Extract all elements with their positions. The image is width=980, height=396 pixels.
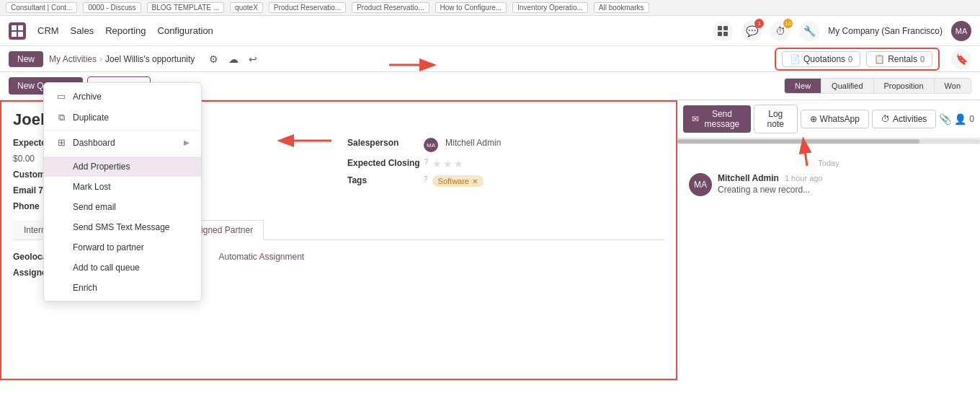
tag-text: Software — [438, 177, 469, 185]
dashboard-label: Dashboard — [73, 138, 115, 148]
date-separator: Today — [689, 159, 968, 167]
tags-label: Tags — [347, 175, 419, 185]
nav-reporting[interactable]: Reporting — [105, 22, 146, 39]
rentals-label: Rentals — [888, 54, 917, 64]
star-3[interactable]: ★ — [454, 158, 463, 170]
salesperson-field: Salesperson MA Mitchell Admin — [347, 138, 664, 152]
apps-icon-btn[interactable] — [713, 21, 733, 41]
new-button[interactable]: New — [9, 51, 43, 67]
browser-tab-7[interactable]: How to Configure... — [435, 2, 507, 13]
expected-closing-help: ? — [424, 158, 429, 166]
tags-help: ? — [424, 175, 428, 183]
followers-count: 0 — [969, 114, 974, 124]
dropdown-forward-partner[interactable]: Forward to partner — [44, 237, 201, 258]
svg-rect-5 — [723, 26, 728, 30]
chatter-right: 📎 👤 0 — [939, 113, 974, 125]
browser-tab-4[interactable]: quoteX — [230, 2, 263, 13]
auto-assign-link[interactable]: Automatic Assignment — [218, 252, 304, 262]
expected-closing-field: Expected Closing ? ★ ★ ★ — [347, 158, 664, 170]
enrich-label: Enrich — [73, 283, 97, 293]
svg-rect-4 — [718, 26, 722, 30]
svg-rect-7 — [723, 32, 728, 36]
browser-tab-6[interactable]: Product Reservatio... — [352, 2, 429, 13]
right-panel: ✉ Send message Log note ⊕ WhatsApp ⏱ Act… — [677, 100, 980, 380]
browser-tab-2[interactable]: 0000 - Discuss — [83, 2, 141, 13]
settings-icon-btn[interactable]: 🔧 — [799, 21, 819, 41]
browser-tab-5[interactable]: Product Reservatio... — [269, 2, 346, 13]
add-properties-label: Add Properties — [73, 162, 130, 172]
bookmark-icon-btn[interactable]: 🔖 — [951, 49, 971, 69]
star-2[interactable]: ★ — [443, 158, 453, 170]
quotations-icon: 📄 — [790, 54, 801, 64]
archive-label: Archive — [73, 92, 102, 102]
pipeline-step-new[interactable]: New — [784, 78, 821, 94]
call-queue-label: Add to call queue — [73, 263, 140, 273]
tag-software: Software ✕ — [432, 175, 484, 187]
quotations-label: Quotations — [803, 54, 845, 64]
dropdown-menu: ▭ Archive ⧉ Duplicate ⊞ Dashboard ▶ Add … — [43, 82, 202, 302]
dropdown-archive[interactable]: ▭ Archive — [44, 86, 201, 107]
timer-icon-btn[interactable]: ⏱ 16 — [770, 21, 790, 41]
pipeline-step-qualified[interactable]: Qualified — [821, 78, 873, 94]
whatsapp-label: WhatsApp — [820, 114, 860, 124]
dropdown-duplicate[interactable]: ⧉ Duplicate — [44, 107, 201, 128]
log-note-button[interactable]: Log note — [754, 105, 798, 133]
rentals-count: 0 — [920, 55, 925, 63]
sub-nav: New My Activities › Joel Willis's opport… — [0, 46, 980, 72]
breadcrumb-parent[interactable]: My Activities — [49, 54, 97, 64]
star-1[interactable]: ★ — [432, 158, 442, 170]
nav-configuration[interactable]: Configuration — [158, 22, 213, 39]
message-item: MA Mitchell Admin 1 hour ago Creating a … — [689, 173, 968, 196]
browser-tab-1[interactable]: Consultant | Cont... — [6, 2, 77, 13]
rentals-button[interactable]: 📋 Rentals 0 — [866, 51, 932, 67]
gear-button[interactable]: ⚙ — [206, 52, 221, 66]
salesperson-avatar: MA — [424, 138, 438, 152]
message-header: Mitchell Admin 1 hour ago — [718, 173, 968, 183]
svg-rect-0 — [12, 25, 17, 30]
pipeline-step-won[interactable]: Won — [934, 78, 971, 94]
followers-icon[interactable]: 👤 — [954, 113, 966, 125]
dropdown-dashboard[interactable]: ⊞ Dashboard ▶ — [44, 132, 201, 153]
activities-icon: ⏱ — [881, 114, 890, 124]
dropdown-divider-1 — [44, 130, 201, 131]
svg-rect-6 — [718, 32, 722, 36]
message-text: Creating a new record... — [718, 185, 968, 195]
activities-button[interactable]: ⏱ Activities — [872, 110, 936, 128]
nav-crm[interactable]: CRM — [37, 22, 59, 39]
browser-tab-9[interactable]: All bookmarks — [594, 2, 649, 13]
dropdown-mark-lost[interactable]: Mark Lost — [44, 177, 201, 197]
chatter-scrollbar-thumb[interactable] — [677, 139, 919, 144]
tag-close-icon[interactable]: ✕ — [472, 177, 478, 185]
quotations-button[interactable]: 📄 Quotations 0 — [782, 51, 860, 67]
salesperson-value[interactable]: Mitchell Admin — [445, 138, 501, 148]
dropdown-add-properties[interactable]: Add Properties — [44, 157, 201, 177]
quotation-rental-area: 📄 Quotations 0 📋 Rentals 0 — [775, 48, 940, 71]
pipeline-step-proposition[interactable]: Proposition — [873, 78, 935, 94]
user-avatar[interactable]: MA — [951, 21, 971, 41]
nav-sales[interactable]: Sales — [71, 22, 94, 39]
top-nav: CRM Sales Reporting Configuration 💬 1 ⏱ … — [0, 16, 980, 46]
timer-badge: 16 — [783, 19, 793, 28]
rentals-icon: 📋 — [874, 54, 885, 64]
send-sms-label: Send SMS Text Message — [73, 222, 170, 232]
dropdown-send-sms[interactable]: Send SMS Text Message — [44, 217, 201, 237]
breadcrumb-separator: › — [99, 54, 102, 64]
browser-tab-3[interactable]: BLOG TEMPLATE ... — [147, 2, 225, 13]
chat-icon-btn[interactable]: 💬 1 — [741, 21, 762, 41]
svg-rect-3 — [18, 32, 23, 37]
expected-revenue-value: $0.00 — [13, 154, 35, 164]
closing-stars[interactable]: ★ ★ ★ — [432, 158, 463, 170]
undo-button[interactable]: ↩ — [246, 52, 260, 66]
svg-rect-2 — [12, 32, 17, 37]
dropdown-send-email[interactable]: Send email — [44, 197, 201, 217]
nav-menu: CRM Sales Reporting Configuration — [37, 22, 213, 39]
browser-tab-8[interactable]: Inventory Operatio... — [512, 2, 588, 13]
send-message-button[interactable]: ✉ Send message — [683, 105, 751, 133]
paperclip-icon[interactable]: 📎 — [939, 113, 951, 125]
dropdown-enrich[interactable]: Enrich — [44, 278, 201, 298]
duplicate-label: Duplicate — [73, 113, 109, 123]
dropdown-call-queue[interactable]: Add to call queue — [44, 258, 201, 278]
whatsapp-button[interactable]: ⊕ WhatsApp — [801, 110, 869, 128]
send-message-label: Send message — [702, 109, 742, 129]
cloud-button[interactable]: ☁ — [226, 52, 241, 66]
